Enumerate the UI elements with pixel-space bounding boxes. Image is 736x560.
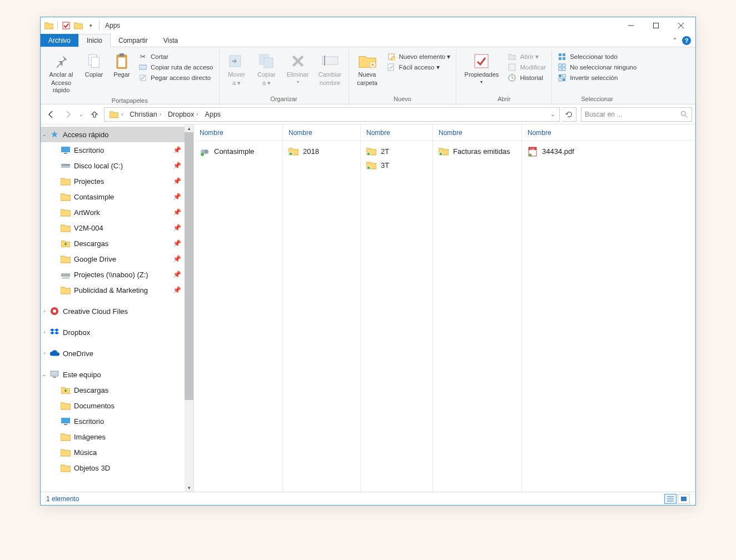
new-folder-button[interactable]: Nuevacarpeta [352, 51, 382, 88]
paste-shortcut-button[interactable]: Pegar acceso directo [136, 73, 216, 83]
tree-item[interactable]: Projectes (\\naboo) (Z:)📌 [41, 267, 193, 282]
paste-button[interactable]: Pegar [110, 51, 134, 80]
breadcrumb-segment[interactable]: Apps [202, 108, 225, 121]
column-header[interactable]: Nombre [361, 124, 432, 141]
ribbon-group-organize: Movera ▾ Copiara ▾ Eliminar▾ Cambiarnomb… [220, 49, 349, 104]
tree-item[interactable]: ArtWork📌 [41, 204, 193, 220]
pin-quickaccess-button[interactable]: Anclar al Acceso rápido [44, 51, 78, 96]
new-item-button[interactable]: Nuevo elemento ▾ [385, 52, 453, 62]
tree-item[interactable]: Imágenes [41, 429, 193, 444]
view-large-button[interactable] [678, 494, 690, 504]
address-bar[interactable]: › Christian› Dropbox› Apps ⌄ [104, 107, 560, 122]
tree-item[interactable]: Contasimple📌 [41, 189, 193, 204]
svg-rect-26 [563, 64, 565, 67]
nav-forward-button[interactable] [61, 107, 75, 122]
svg-point-53 [367, 167, 370, 169]
tree-item[interactable]: V2M-004📌 [41, 220, 193, 236]
column-header[interactable]: Nombre [283, 124, 360, 141]
nav-recent-dropdown[interactable]: ⌄ [77, 107, 85, 122]
svg-rect-27 [559, 68, 561, 71]
select-none-button[interactable]: No seleccionar ninguno [555, 62, 639, 72]
scroll-down-icon[interactable]: ▾ [185, 484, 193, 492]
move-to-button[interactable]: Movera ▾ [223, 51, 251, 88]
copy-button[interactable]: Copiar [81, 51, 107, 80]
file-icon [200, 147, 210, 157]
breadcrumb-segment[interactable]: Dropbox› [165, 108, 202, 121]
list-item[interactable]: Contasimple [196, 144, 280, 158]
maximize-button[interactable] [643, 18, 668, 33]
minimize-button[interactable] [618, 18, 643, 33]
list-item[interactable]: Facturas emitidas [435, 144, 519, 158]
open-icon [508, 52, 516, 61]
tree-item[interactable]: Descargas [41, 382, 193, 398]
tab-home[interactable]: Inicio [78, 34, 111, 47]
help-icon[interactable]: ? [682, 36, 691, 45]
column-header[interactable]: Nombre [194, 124, 282, 141]
scroll-up-icon[interactable]: ▴ [185, 124, 193, 132]
cut-button[interactable]: ✂Cortar [136, 52, 216, 62]
address-dropdown-icon[interactable]: ⌄ [547, 111, 558, 117]
folder-icon [44, 21, 53, 30]
nav-up-button[interactable] [87, 107, 102, 122]
tree-item[interactable]: Documentos [41, 398, 193, 413]
tree-icon [61, 417, 71, 426]
list-item[interactable]: 2T [363, 144, 430, 158]
list-item[interactable]: PDF34434.pdf [524, 144, 693, 158]
breadcrumb-segment[interactable]: Christian› [126, 108, 165, 121]
edit-button[interactable]: Modificar [505, 62, 548, 72]
delete-button[interactable]: Eliminar▾ [283, 51, 313, 87]
close-button[interactable] [668, 18, 693, 33]
tree-item[interactable]: ›OneDrive [41, 346, 193, 361]
tree-item[interactable]: Descargas📌 [41, 236, 193, 251]
column-header[interactable]: Nombre [522, 124, 695, 141]
tree-item[interactable]: Escritorio📌 [41, 142, 193, 158]
tree-item[interactable]: ⌄Este equipo [41, 367, 193, 382]
tree-item[interactable]: Disco local (C:)📌 [41, 158, 193, 173]
navigation-pane[interactable]: ⌄Acceso rápidoEscritorio📌Disco local (C:… [41, 124, 194, 492]
list-item[interactable]: 2018 [285, 144, 358, 158]
easy-access-button[interactable]: Fácil acceso ▾ [385, 62, 453, 72]
copy-to-button[interactable]: Copiara ▾ [253, 51, 281, 88]
ribbon-collapse-icon[interactable]: ⌃ [672, 37, 678, 44]
refresh-button[interactable] [562, 107, 576, 122]
invert-selection-button[interactable]: Invertir selección [555, 73, 639, 83]
copy-path-button[interactable]: Copiar ruta de acceso [136, 62, 216, 72]
pin-icon: 📌 [173, 255, 181, 263]
tree-icon [61, 146, 71, 154]
history-button[interactable]: Historial [505, 73, 548, 83]
svg-point-46 [204, 149, 208, 154]
svg-point-49 [290, 153, 292, 156]
ribbon-group-open: Propiedades▾ Abrir ▾ Modificar Historial… [456, 49, 552, 104]
qat-properties-icon[interactable] [62, 21, 71, 30]
tree-item[interactable]: Escritorio [41, 413, 193, 429]
tree-item[interactable]: Google Drive📌 [41, 251, 193, 267]
group-label-clipboard: Portapapeles [44, 96, 216, 106]
scrollbar-thumb[interactable] [185, 132, 193, 400]
view-details-button[interactable] [664, 494, 677, 504]
explorer-window: ▾ Apps Archivo Inicio Compartir Vista ⌃ … [40, 17, 696, 506]
tree-item[interactable]: Música [41, 444, 193, 460]
rename-button[interactable]: Cambiarnombre [315, 51, 345, 88]
search-input[interactable]: Buscar en ... [581, 107, 692, 122]
qat-dropdown-icon[interactable]: ▾ [86, 21, 95, 30]
tab-share[interactable]: Compartir [111, 34, 156, 47]
properties-button[interactable]: Propiedades▾ [460, 51, 503, 87]
svg-point-51 [367, 153, 370, 156]
tab-view[interactable]: Vista [156, 34, 186, 47]
tree-item[interactable]: ›Creative Cloud Files [41, 303, 193, 319]
svg-rect-3 [91, 57, 99, 68]
tree-item[interactable]: ⌄Acceso rápido [41, 127, 193, 142]
nav-back-button[interactable] [44, 107, 58, 122]
tree-item[interactable]: Projectes📌 [41, 173, 193, 189]
tree-item[interactable]: Objetos 3D [41, 460, 193, 476]
column-header[interactable]: Nombre [433, 124, 521, 141]
file-icon [366, 161, 376, 171]
qat-newfolder-icon[interactable] [74, 21, 83, 30]
select-all-button[interactable]: Seleccionar todo [555, 52, 639, 62]
open-button[interactable]: Abrir ▾ [505, 52, 548, 62]
tab-file[interactable]: Archivo [41, 34, 78, 47]
list-item[interactable]: 3T [363, 158, 430, 172]
tree-item[interactable]: ›Dropbox [41, 324, 193, 340]
tree-item[interactable]: Publicidad & Marketing📌 [41, 282, 193, 298]
scrollbar[interactable]: ▴ ▾ [185, 124, 193, 492]
